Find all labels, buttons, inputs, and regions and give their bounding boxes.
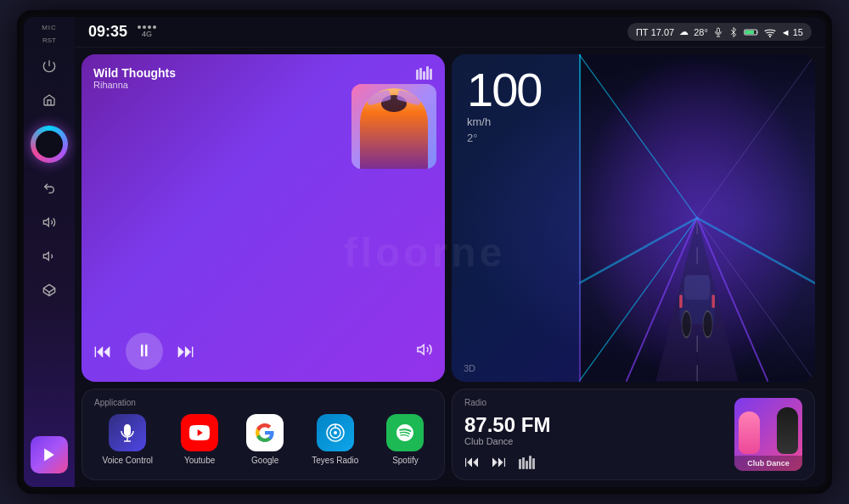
music-info: Wild Thoughts Rihanna [93, 66, 176, 90]
temperature-text: 28° [694, 27, 708, 37]
google-label: Google [251, 456, 278, 465]
app-google[interactable]: Google [246, 414, 284, 465]
box-button[interactable] [36, 277, 63, 304]
svg-point-29 [682, 311, 691, 338]
svg-rect-44 [532, 458, 535, 469]
svg-rect-43 [529, 456, 531, 469]
back-button[interactable] [36, 175, 63, 202]
svg-rect-12 [426, 66, 429, 80]
vol-down-button[interactable] [36, 243, 63, 270]
spotify-label: Spotify [392, 456, 419, 465]
bottom-row: Application [82, 389, 815, 480]
radio-controls: ⏮ ⏭ [464, 453, 726, 471]
svg-marker-1 [43, 252, 48, 260]
google-icon [246, 414, 284, 451]
svg-rect-9 [416, 70, 419, 80]
app-youtube[interactable]: Youtube [181, 414, 218, 465]
battery-icon [744, 27, 759, 37]
apps-card: Application [82, 389, 445, 480]
svg-rect-11 [423, 71, 425, 80]
svg-rect-31 [679, 294, 682, 307]
sidebar: MIC RST [24, 17, 75, 487]
radio-frequency: 87.50 FM [464, 414, 726, 436]
svg-rect-13 [430, 69, 432, 80]
teyes-radio-icon [317, 414, 354, 451]
radio-card: Radio 87.50 FM Club Dance ⏮ ⏭ [452, 389, 815, 480]
album-art [351, 84, 436, 169]
music-artist: Rihanna [93, 80, 176, 90]
dimension-label: 3D [464, 363, 475, 373]
main-content: 09:35 4G ПТ 17.07 ☁ [75, 17, 825, 487]
status-bar: 09:35 4G ПТ 17.07 ☁ [75, 17, 825, 48]
orb-inner [36, 131, 63, 158]
app-voice-control[interactable]: Voice Control [103, 414, 153, 465]
nav-button[interactable] [31, 436, 68, 473]
youtube-icon [181, 414, 218, 451]
network-status: 4G [138, 25, 156, 38]
play-pause-button[interactable]: ⏸ [126, 333, 163, 370]
status-left: 09:35 4G [88, 23, 156, 41]
spotify-icon [386, 414, 424, 451]
svg-marker-4 [44, 449, 54, 462]
apps-label: Application [94, 398, 432, 407]
status-pill: ПТ 17.07 ☁ 28° [627, 23, 812, 41]
prev-button[interactable]: ⏮ [93, 340, 112, 362]
svg-rect-41 [522, 457, 525, 469]
status-right: ПТ 17.07 ☁ 28° [627, 23, 812, 41]
device-outer: MIC RST [17, 10, 832, 494]
radio-prev-button[interactable]: ⏮ [464, 453, 480, 471]
svg-marker-14 [418, 344, 424, 354]
music-controls: ⏮ ⏸ ⏭ [93, 326, 433, 370]
radio-thumbnail: Club Dance [734, 398, 802, 471]
svg-point-8 [769, 36, 770, 36]
radio-thumb-label: Club Dance [734, 456, 802, 471]
bluetooth-icon [728, 27, 739, 37]
svg-marker-0 [43, 218, 48, 226]
signal-dots [138, 25, 156, 29]
sidebar-nav-bottom [31, 436, 68, 480]
home-button[interactable] [36, 87, 63, 114]
teyes-radio-label: Teyes Radio [312, 456, 358, 465]
apps-grid: Voice Control Youtube [94, 414, 432, 465]
voice-control-label: Voice Control [103, 456, 153, 465]
clock: 09:35 [88, 23, 127, 41]
app-teyes-radio[interactable]: Teyes Radio [312, 414, 358, 465]
svg-rect-28 [684, 275, 711, 300]
next-button[interactable]: ⏭ [177, 340, 195, 362]
orb-button[interactable] [31, 126, 68, 163]
date-text: ПТ 17.07 [636, 27, 674, 37]
svg-rect-33 [579, 54, 581, 382]
app-spotify[interactable]: Spotify [386, 414, 424, 465]
volume-icon [416, 343, 433, 360]
svg-rect-5 [717, 28, 719, 33]
device-inner: MIC RST [24, 17, 825, 487]
svg-rect-7 [745, 30, 754, 34]
content-grid: Wild Thoughts Rihanna [75, 48, 825, 487]
radio-next-button[interactable]: ⏭ [492, 453, 507, 471]
radio-label: Radio [464, 398, 726, 407]
rst-label: RST [42, 36, 56, 44]
mic-icon [713, 27, 723, 37]
svg-rect-32 [711, 294, 714, 307]
youtube-label: Youtube [184, 456, 215, 465]
radio-eq-icon [519, 456, 536, 469]
volume-text: ◄ 15 [781, 27, 803, 37]
svg-rect-10 [419, 68, 422, 80]
mic-label: MIC [42, 24, 57, 31]
radio-info: Radio 87.50 FM Club Dance ⏮ ⏭ [464, 398, 726, 471]
svg-rect-40 [519, 459, 521, 469]
speed-card: 100 km/h 2° [452, 54, 815, 382]
music-eq-icon [416, 66, 433, 83]
svg-point-30 [703, 311, 712, 338]
music-title: Wild Thoughts [93, 66, 176, 80]
weather-icon: ☁ [679, 26, 689, 37]
wifi-icon [764, 27, 776, 37]
vol-up-button[interactable] [36, 209, 63, 236]
music-card[interactable]: Wild Thoughts Rihanna [82, 54, 445, 382]
power-button[interactable] [36, 53, 63, 80]
svg-rect-42 [526, 461, 528, 469]
network-type: 4G [142, 30, 152, 38]
voice-control-icon [109, 414, 146, 451]
svg-point-38 [334, 431, 337, 434]
road-visualization [579, 54, 815, 382]
